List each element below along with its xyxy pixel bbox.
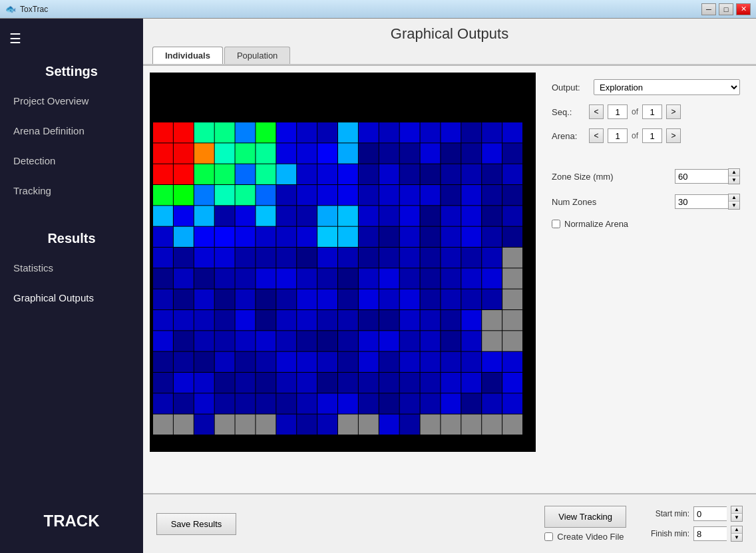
create-video-label: Create Video File: [557, 532, 624, 542]
num-zones-row: Num Zones ▲ ▼: [552, 194, 740, 210]
tab-individuals[interactable]: Individuals: [152, 47, 223, 64]
sidebar-item-arena-definition[interactable]: Arena Definition: [0, 116, 143, 146]
seq-of: of: [632, 107, 638, 116]
num-zones-down[interactable]: ▼: [729, 202, 739, 209]
titlebar: 🐟 ToxTrac ─ □ ✕: [0, 0, 756, 19]
tabs-bar: Individuals Population: [143, 47, 756, 64]
start-min-input[interactable]: [693, 506, 727, 521]
finish-label: Finish min:: [646, 529, 689, 538]
hamburger-menu[interactable]: ☰: [0, 25, 31, 52]
track-button[interactable]: TRACK: [13, 502, 130, 540]
output-row: Output: Exploration Distance Velocity Ti…: [552, 79, 740, 95]
controls-panel: Output: Exploration Distance Velocity Ti…: [542, 73, 749, 486]
arena-prev-button[interactable]: <: [589, 128, 604, 143]
normalize-checkbox[interactable]: [552, 220, 560, 228]
arena-total: 1: [642, 128, 662, 143]
zone-size-spinner: ▲ ▼: [675, 168, 740, 184]
seq-row: Seq.: < 1 of 1 >: [552, 104, 740, 119]
num-zones-input[interactable]: [675, 194, 728, 209]
arena-next-button[interactable]: >: [666, 128, 681, 143]
finish-min-input[interactable]: [693, 526, 727, 541]
num-zones-spinner-btns: ▲ ▼: [728, 194, 740, 210]
seq-prev-button[interactable]: <: [589, 104, 604, 119]
start-down[interactable]: ▼: [731, 514, 742, 521]
sidebar-item-detection[interactable]: Detection: [0, 146, 143, 176]
finish-up[interactable]: ▲: [731, 526, 742, 534]
arena-of: of: [632, 131, 638, 140]
arena-row: Arena: < 1 of 1 >: [552, 128, 740, 143]
results-section-title: Results: [0, 219, 143, 253]
normalize-row: Normalize Arena: [552, 219, 740, 229]
close-button[interactable]: ✕: [736, 3, 751, 15]
sidebar-item-statistics[interactable]: Statistics: [0, 253, 143, 283]
zone-size-spinner-btns: ▲ ▼: [728, 168, 740, 184]
output-label: Output:: [552, 83, 588, 92]
seq-total: 1: [642, 104, 662, 119]
finish-spinner-btns: ▲ ▼: [731, 526, 743, 542]
sidebar: ☰ Settings Project Overview Arena Defini…: [0, 19, 143, 553]
heatmap-container: // Generate heatmap grid: [150, 73, 536, 452]
settings-section-title: Settings: [0, 52, 143, 86]
num-zones-spinner: ▲ ▼: [675, 194, 740, 210]
main-header: Graphical Outputs Individuals Population: [143, 19, 756, 65]
finish-down[interactable]: ▼: [731, 534, 742, 541]
start-spinner-btns: ▲ ▼: [731, 506, 743, 522]
bottom-bar: Save Results View Tracking Create Video …: [143, 493, 756, 553]
start-up[interactable]: ▲: [731, 506, 742, 514]
normalize-label: Normalize Arena: [564, 219, 628, 229]
tab-population[interactable]: Population: [224, 47, 290, 64]
seq-label: Seq.:: [552, 107, 585, 117]
start-label: Start min:: [646, 509, 689, 518]
arena-current: 1: [608, 128, 628, 143]
app-body: ☰ Settings Project Overview Arena Defini…: [0, 19, 756, 553]
sidebar-divider: [0, 206, 143, 219]
seq-next-button[interactable]: >: [666, 104, 681, 119]
viz-area: // Generate heatmap grid Output: Explora…: [143, 66, 756, 493]
create-video-checkbox[interactable]: [544, 532, 553, 541]
zone-size-row: Zone Size (mm) ▲ ▼: [552, 168, 740, 184]
minimize-button[interactable]: ─: [701, 3, 716, 15]
view-tracking-button[interactable]: View Tracking: [544, 506, 626, 528]
page-title: Graphical Outputs: [143, 25, 756, 47]
zone-size-up[interactable]: ▲: [729, 169, 739, 176]
sidebar-item-project-overview[interactable]: Project Overview: [0, 86, 143, 116]
output-select[interactable]: Exploration Distance Velocity Time in Zo…: [594, 79, 740, 95]
app-title: ToxTrac: [20, 5, 701, 14]
finish-min-row: Finish min: ▲ ▼: [646, 526, 743, 542]
num-zones-up[interactable]: ▲: [729, 194, 739, 202]
num-zones-label: Num Zones: [552, 197, 596, 207]
app-icon: 🐟: [5, 4, 16, 14]
arena-label: Arena:: [552, 131, 585, 141]
create-video-row: Create Video File: [544, 532, 624, 542]
sidebar-item-graphical-outputs[interactable]: Graphical Outputs: [0, 283, 143, 313]
content-panel: // Generate heatmap grid Output: Explora…: [143, 65, 756, 553]
main-content: Graphical Outputs Individuals Population…: [143, 19, 756, 553]
zone-size-input[interactable]: [675, 169, 728, 184]
zone-size-down[interactable]: ▼: [729, 176, 739, 184]
time-controls: Start min: ▲ ▼ Finish min: ▲: [646, 506, 743, 542]
seq-current: 1: [608, 104, 628, 119]
start-min-row: Start min: ▲ ▼: [646, 506, 743, 522]
sidebar-item-tracking[interactable]: Tracking: [0, 176, 143, 206]
window-controls: ─ □ ✕: [701, 3, 751, 15]
save-results-button[interactable]: Save Results: [156, 513, 236, 535]
bottom-controls-row: View Tracking Create Video File Start mi…: [544, 506, 743, 542]
zone-size-label: Zone Size (mm): [552, 172, 613, 182]
restore-button[interactable]: □: [719, 3, 733, 15]
